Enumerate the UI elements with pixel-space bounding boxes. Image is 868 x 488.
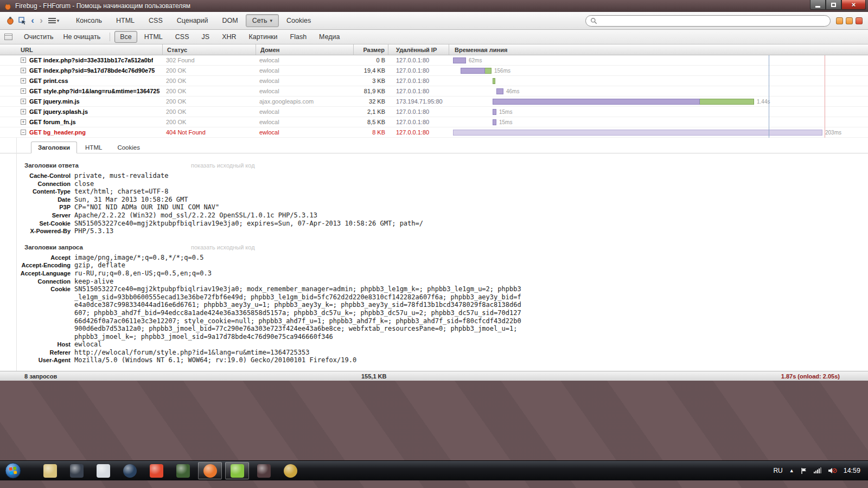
panel-tab-3[interactable]: Сценарий xyxy=(170,14,215,27)
size-cell: 81,9 KB xyxy=(354,88,388,94)
expand-icon[interactable]: + xyxy=(21,109,26,114)
panel-tab-4[interactable]: DOM xyxy=(216,14,245,27)
header-name: Referer xyxy=(0,349,71,357)
start-button[interactable] xyxy=(4,462,22,479)
toggle-sidepanel-icon[interactable] xyxy=(4,34,12,40)
view-source-link[interactable]: показать исходный код xyxy=(191,162,255,169)
game-ball-taskbar-button[interactable] xyxy=(277,462,304,479)
column-header-4[interactable]: Удалённый IP xyxy=(388,44,449,55)
filter-button-0[interactable]: Все xyxy=(114,31,137,43)
search-input[interactable] xyxy=(600,17,826,24)
filter-button-6[interactable]: Flash xyxy=(285,31,312,43)
panel-tab-0[interactable]: Консоль xyxy=(69,14,108,27)
request-count: 8 запросов xyxy=(0,373,57,380)
timeline-segment xyxy=(700,99,754,105)
domain-cell: ewlocal xyxy=(256,57,354,63)
maximize-button[interactable] xyxy=(826,0,841,10)
header-value: SN515053227ce40=mgj2ktpubpfbiqlriav19e3j… xyxy=(74,220,423,228)
forward-icon[interactable]: › xyxy=(37,15,46,26)
header-row: Content-Typetext/html; charset=UTF-8 xyxy=(0,188,868,196)
explorer-folder-taskbar-button[interactable] xyxy=(37,462,63,479)
remote-ip-cell: 127.0.0.1:80 xyxy=(388,108,449,115)
close-button[interactable]: × xyxy=(841,0,866,10)
firebug-menu-icon[interactable] xyxy=(4,15,16,27)
column-header-0[interactable]: URL xyxy=(0,44,163,55)
section-header: Заголовки ответапоказать исходный код xyxy=(0,160,868,172)
timeline-cell: 15ms xyxy=(449,107,868,117)
media-player-taskbar-button[interactable] xyxy=(63,462,90,479)
messenger-taskbar-button[interactable] xyxy=(170,462,196,479)
search-box[interactable] xyxy=(585,15,831,27)
volume-muted-icon[interactable] xyxy=(828,467,837,474)
expand-icon[interactable]: + xyxy=(21,99,26,104)
notes-pen-taskbar-button[interactable] xyxy=(90,462,117,479)
filter-button-1[interactable]: HTML xyxy=(139,31,168,43)
expand-icon[interactable]: + xyxy=(21,57,26,63)
show-hidden-icons[interactable]: ▲ xyxy=(789,468,794,473)
filter-bar: ВсеHTMLCSSJSXHRКартинкиFlashМедиа xyxy=(114,31,345,43)
inspect-element-icon[interactable] xyxy=(16,15,28,27)
persist-button[interactable]: Не очищать xyxy=(58,31,105,42)
net-request-row[interactable]: +GET jquery.splash.js200 OKewlocal2,1 KB… xyxy=(0,107,868,117)
expand-icon[interactable]: + xyxy=(21,78,26,84)
net-request-row[interactable]: +GET index.php?sid=33e331bb17c7a512a0bf3… xyxy=(0,55,868,66)
network-status-icon[interactable] xyxy=(814,468,821,473)
detail-tab-0[interactable]: Заголовки xyxy=(31,142,77,153)
column-header-5[interactable]: Временная линия xyxy=(449,44,868,55)
filter-button-7[interactable]: Медиа xyxy=(314,31,345,43)
panel-list-menu[interactable]: ▾ xyxy=(46,15,62,27)
header-name: Date xyxy=(0,196,71,204)
notepad-plus-taskbar-button[interactable] xyxy=(225,462,249,479)
filter-button-4[interactable]: XHR xyxy=(216,31,241,43)
firefox-icon xyxy=(203,464,217,478)
panel-close-button[interactable] xyxy=(856,17,863,24)
column-header-2[interactable]: Домен xyxy=(256,44,354,55)
header-name: Host xyxy=(0,341,71,349)
utility-app-taskbar-button[interactable] xyxy=(251,462,277,479)
expand-icon[interactable]: + xyxy=(21,68,26,73)
url-cell: +GET jquery.splash.js xyxy=(0,108,163,115)
timeline-segment xyxy=(493,99,700,105)
opera-browser-taskbar-button[interactable] xyxy=(143,462,170,479)
expand-icon[interactable]: + xyxy=(21,119,26,125)
detail-tab-2[interactable]: Cookies xyxy=(110,142,147,153)
panel-button-2[interactable] xyxy=(846,17,853,24)
column-header-1[interactable]: Статус xyxy=(163,44,256,55)
net-request-row[interactable]: +GET style.php?id=1&lang=ru&mtime=136472… xyxy=(0,86,868,97)
timeline-label: 203ms xyxy=(825,130,841,136)
firefox-taskbar-button[interactable] xyxy=(198,462,222,479)
phone-app-taskbar-button[interactable] xyxy=(117,462,143,479)
column-header-3[interactable]: Размер xyxy=(354,44,388,55)
header-name: Accept xyxy=(0,254,71,262)
language-indicator[interactable]: RU xyxy=(773,467,782,474)
action-center-flag-icon[interactable] xyxy=(801,467,807,474)
net-request-row[interactable]: +GET jquery.min.js200 OKajax.googleapis.… xyxy=(0,97,868,107)
panel-tab-6[interactable]: Cookies xyxy=(280,14,317,27)
collapse-icon[interactable]: − xyxy=(21,130,26,135)
clear-button[interactable]: Очистить xyxy=(19,31,58,42)
header-row: DateSun, 31 Mar 2013 10:58:26 GMT xyxy=(0,196,868,204)
view-source-link[interactable]: показать исходный код xyxy=(191,244,255,251)
toolbar-separator xyxy=(110,33,110,41)
timeline-cell: 62ms xyxy=(449,55,868,65)
net-request-row[interactable]: +GET print.css200 OKewlocal3 KB127.0.0.1… xyxy=(0,76,868,86)
minimize-button[interactable] xyxy=(810,0,826,10)
header-name: Server xyxy=(0,211,71,220)
panel-tab-2[interactable]: CSS xyxy=(142,14,169,27)
net-request-row[interactable]: +GET forum_fn.js200 OKewlocal8,5 KB127.0… xyxy=(0,117,868,127)
net-request-row[interactable]: −GET bg_header.png404 Not Foundewlocal8 … xyxy=(0,127,868,138)
filter-button-3[interactable]: JS xyxy=(196,31,215,43)
clock[interactable]: 14:59 xyxy=(844,467,860,474)
title-bar[interactable]: Firebug - FHForum - Помощь начинающим по… xyxy=(0,0,868,12)
panel-tab-5[interactable]: Сеть▾ xyxy=(246,14,279,27)
panel-tab-1[interactable]: HTML xyxy=(110,14,141,27)
timeline-cell: 1.44s xyxy=(449,97,868,106)
expand-icon[interactable]: + xyxy=(21,88,26,94)
detail-tab-1[interactable]: HTML xyxy=(78,142,109,153)
panel-button-1[interactable] xyxy=(836,17,843,24)
back-icon[interactable]: ‹ xyxy=(28,15,37,26)
header-row: P3PCP="NOI NID ADMa OUR IND UNI COM NAV" xyxy=(0,203,868,211)
net-request-row[interactable]: +GET index.php?sid=9a17d78bde4c76d90e752… xyxy=(0,66,868,76)
filter-button-2[interactable]: CSS xyxy=(170,31,195,43)
filter-button-5[interactable]: Картинки xyxy=(244,31,283,43)
